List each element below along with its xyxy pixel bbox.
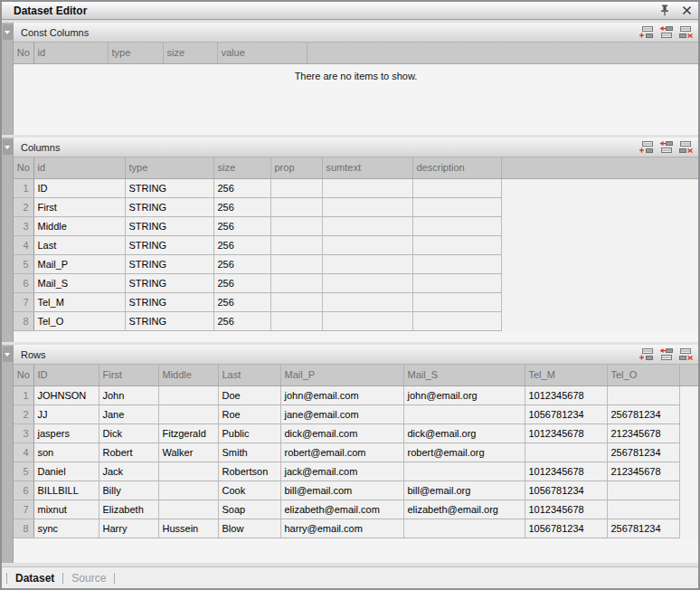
insert-row-button[interactable] <box>658 140 674 154</box>
data-cell[interactable]: bill@email.org <box>403 481 525 500</box>
add-row-button[interactable] <box>639 347 654 361</box>
data-cell[interactable] <box>412 216 501 235</box>
data-cell[interactable]: STRING <box>125 178 213 197</box>
column-header[interactable]: ID <box>33 365 99 385</box>
delete-row-button[interactable] <box>678 25 694 39</box>
column-header[interactable]: Mail_P <box>280 365 403 385</box>
insert-row-button[interactable] <box>658 25 674 39</box>
data-cell[interactable]: robert@email.org <box>403 442 525 462</box>
data-cell[interactable]: john@email.com <box>280 385 403 404</box>
row-number-cell[interactable]: 8 <box>14 311 33 330</box>
data-cell[interactable]: Jack <box>99 462 158 481</box>
data-cell[interactable] <box>322 235 412 254</box>
tab-dataset[interactable]: Dataset <box>15 572 54 585</box>
column-header[interactable]: Tel_O <box>607 365 679 385</box>
data-cell[interactable]: JJ <box>33 404 99 423</box>
row-number-cell[interactable]: 5 <box>14 254 33 273</box>
data-cell[interactable] <box>322 197 412 216</box>
data-cell[interactable]: elizabeth@email.com <box>280 500 403 519</box>
data-cell[interactable]: 256 <box>213 235 270 254</box>
collapse-button[interactable] <box>3 24 13 40</box>
data-cell[interactable]: 256 <box>213 178 270 197</box>
row-number-cell[interactable]: 1 <box>14 385 33 404</box>
data-cell[interactable]: 212345678 <box>607 423 679 442</box>
data-cell[interactable]: Fitzgerald <box>158 423 218 442</box>
data-cell[interactable]: Public <box>218 423 280 442</box>
data-cell[interactable]: son <box>33 442 99 462</box>
row-number-cell[interactable]: 6 <box>14 481 33 500</box>
data-cell[interactable] <box>525 442 607 462</box>
data-cell[interactable]: Tel_O <box>33 311 125 330</box>
data-cell[interactable]: 256 <box>213 216 270 235</box>
data-cell[interactable] <box>412 197 501 216</box>
add-row-button[interactable] <box>639 140 654 154</box>
data-cell[interactable]: 1056781234 <box>525 404 607 423</box>
data-cell[interactable] <box>158 385 218 404</box>
data-cell[interactable]: jane@email.com <box>280 404 403 423</box>
collapse-button[interactable] <box>3 139 13 155</box>
column-header[interactable]: Middle <box>158 365 218 385</box>
data-cell[interactable]: 1056781234 <box>525 519 607 538</box>
data-cell[interactable] <box>403 462 525 481</box>
data-cell[interactable]: mixnut <box>33 500 99 519</box>
data-cell[interactable] <box>403 404 525 423</box>
data-cell[interactable] <box>270 178 322 197</box>
column-header[interactable]: No <box>14 365 33 385</box>
delete-row-button[interactable] <box>678 140 694 154</box>
data-cell[interactable]: Blow <box>218 519 280 538</box>
row-number-cell[interactable]: 7 <box>14 292 33 311</box>
data-cell[interactable]: Smith <box>218 442 280 462</box>
data-cell[interactable] <box>607 385 679 404</box>
column-header[interactable]: Tel_M <box>525 365 607 385</box>
row-number-cell[interactable]: 3 <box>14 423 33 442</box>
column-header[interactable]: size <box>213 157 270 178</box>
data-cell[interactable]: Mail_P <box>33 254 125 273</box>
data-cell[interactable] <box>412 311 501 330</box>
data-cell[interactable]: Middle <box>33 216 125 235</box>
data-cell[interactable] <box>270 235 322 254</box>
row-number-cell[interactable]: 4 <box>14 442 33 462</box>
data-cell[interactable]: sync <box>33 519 99 538</box>
row-number-cell[interactable]: 1 <box>14 178 33 197</box>
column-header[interactable]: No <box>14 43 33 63</box>
data-cell[interactable]: bill@email.com <box>280 481 403 500</box>
data-cell[interactable]: Robert <box>99 442 158 462</box>
data-cell[interactable] <box>412 235 501 254</box>
data-cell[interactable]: Cook <box>218 481 280 500</box>
insert-row-button[interactable] <box>658 347 674 361</box>
data-cell[interactable]: Robertson <box>218 462 280 481</box>
data-cell[interactable] <box>270 311 322 330</box>
data-cell[interactable]: STRING <box>125 235 213 254</box>
data-cell[interactable]: Harry <box>99 519 158 538</box>
data-cell[interactable]: Daniel <box>33 462 99 481</box>
data-cell[interactable] <box>270 292 322 311</box>
data-cell[interactable] <box>322 292 412 311</box>
data-cell[interactable] <box>322 273 412 292</box>
data-cell[interactable]: 256 <box>213 292 270 311</box>
data-cell[interactable] <box>412 254 501 273</box>
column-header[interactable]: No <box>14 157 33 178</box>
data-cell[interactable]: Hussein <box>158 519 218 538</box>
column-header[interactable]: Last <box>218 365 280 385</box>
data-cell[interactable]: STRING <box>125 311 213 330</box>
row-number-cell[interactable]: 2 <box>14 404 33 423</box>
data-cell[interactable] <box>158 404 218 423</box>
data-cell[interactable]: dick@email.org <box>403 423 525 442</box>
tab-source[interactable]: Source <box>71 572 106 585</box>
data-cell[interactable] <box>158 481 218 500</box>
data-cell[interactable]: 1056781234 <box>525 481 607 500</box>
data-cell[interactable]: 1012345678 <box>525 423 607 442</box>
data-cell[interactable]: 256781234 <box>607 404 679 423</box>
column-header[interactable]: prop <box>270 157 322 178</box>
data-cell[interactable]: Dick <box>99 423 158 442</box>
data-cell[interactable]: harry@email.com <box>280 519 403 538</box>
data-cell[interactable] <box>158 462 218 481</box>
data-cell[interactable]: 212345678 <box>607 462 679 481</box>
data-cell[interactable]: Elizabeth <box>99 500 158 519</box>
data-cell[interactable] <box>412 292 501 311</box>
data-cell[interactable]: STRING <box>125 197 213 216</box>
data-cell[interactable]: First <box>33 197 125 216</box>
data-cell[interactable] <box>607 481 679 500</box>
data-cell[interactable]: elizabeth@email.org <box>403 500 525 519</box>
data-cell[interactable]: john@email.org <box>403 385 525 404</box>
